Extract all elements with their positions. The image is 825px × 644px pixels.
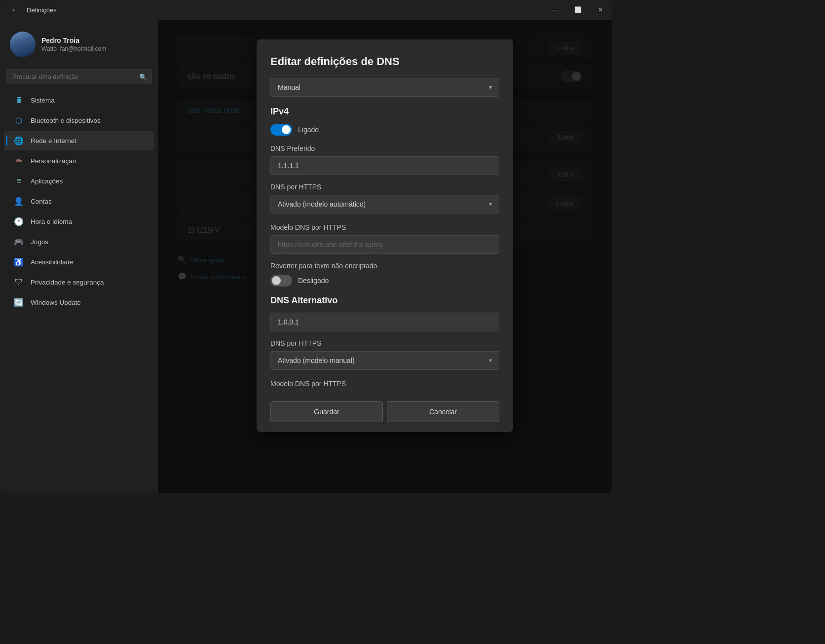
modal-overlay: Editar definições de DNS Manual ▾ IPv4 L…: [158, 20, 612, 493]
dns-alternativo-section: DNS Alternativo DNS por HTTPS Ativado (m…: [270, 295, 499, 388]
modelo-https2-label: Modelo DNS por HTTPS: [270, 380, 499, 388]
active-indicator: [6, 136, 7, 145]
dns-https2-arrow: ▾: [489, 357, 492, 364]
aplicacoes-icon: ≡: [14, 176, 24, 186]
user-name: Pedro Troia: [41, 36, 106, 44]
right-content: Editar ção de dados dos nesta rede Edita…: [158, 20, 612, 493]
window-title: Definições: [27, 6, 57, 14]
dropdown-arrow: ▾: [489, 84, 492, 91]
sidebar-item-label: Hora e idioma: [31, 218, 72, 225]
sidebar-item-label: Sistema: [31, 97, 55, 104]
sidebar-item-label: Bluetooth e dispositivos: [31, 117, 101, 124]
mode-dropdown[interactable]: Manual ▾: [270, 78, 499, 97]
ipv4-toggle-label: Ligado: [298, 126, 319, 134]
sidebar: Pedro Troia Watto_fan@hotmail.com 🔍 🖥 Si…: [0, 20, 158, 493]
sidebar-item-contas[interactable]: 👤 Contas: [4, 191, 154, 211]
sidebar-item-aplicacoes[interactable]: ≡ Aplicações: [4, 171, 154, 191]
dns-alternativo-input[interactable]: [270, 313, 499, 331]
reverter-toggle-row: Desligado: [270, 275, 499, 286]
privacidade-icon: 🛡: [14, 277, 24, 287]
sidebar-item-label: Rede e Internet: [31, 137, 76, 144]
modelo-https-input[interactable]: [270, 235, 499, 254]
dns-https2-dropdown-value: Ativado (modelo manual): [278, 357, 355, 364]
bluetooth-icon: ⬡: [14, 115, 24, 125]
reverter-toggle-label: Desligado: [298, 277, 329, 285]
acessibilidade-icon: ♿: [14, 257, 24, 267]
sidebar-item-label: Privacidade e segurança: [31, 279, 104, 286]
window-controls: — ⬜ ✕: [544, 0, 612, 20]
sidebar-item-rede[interactable]: 🌐 Rede e Internet: [4, 131, 154, 150]
sidebar-item-bluetooth[interactable]: ⬡ Bluetooth e dispositivos: [4, 110, 154, 130]
avatar: [10, 32, 36, 57]
dns-https-dropdown[interactable]: Ativado (modelo automático) ▾: [270, 195, 499, 214]
search-box: 🔍: [6, 69, 152, 84]
sidebar-item-hora[interactable]: 🕐 Hora e idioma: [4, 212, 154, 231]
maximize-button[interactable]: ⬜: [566, 0, 589, 20]
sidebar-item-sistema[interactable]: 🖥 Sistema: [4, 90, 154, 110]
close-button[interactable]: ✕: [589, 0, 612, 20]
dns-https-label: DNS por HTTPS: [270, 183, 499, 191]
sidebar-item-jogos[interactable]: 🎮 Jogos: [4, 232, 154, 251]
sidebar-item-acessibilidade[interactable]: ♿ Acessibilidade: [4, 252, 154, 272]
dialog-title: Editar definições de DNS: [270, 55, 499, 68]
sidebar-item-label: Jogos: [31, 238, 48, 246]
titlebar: ← Definições — ⬜ ✕: [0, 0, 612, 20]
user-info: Pedro Troia Watto_fan@hotmail.com: [41, 36, 106, 52]
contas-icon: 👤: [14, 196, 24, 206]
dns-https2-label: DNS por HTTPS: [270, 339, 499, 347]
hora-icon: 🕐: [14, 216, 24, 226]
personalizacao-icon: ✏: [14, 156, 24, 166]
minimize-button[interactable]: —: [544, 0, 566, 20]
dns-https-dropdown-value: Ativado (modelo automático): [278, 200, 366, 208]
sidebar-item-personalizacao[interactable]: ✏ Personalização: [4, 151, 154, 171]
sidebar-item-update[interactable]: 🔄 Windows Update: [4, 292, 154, 312]
sidebar-item-label: Acessibilidade: [31, 258, 73, 266]
jogos-icon: 🎮: [14, 237, 24, 247]
sidebar-item-label: Aplicações: [31, 178, 63, 185]
dialog-footer: Guardar Cancelar: [270, 392, 499, 432]
sidebar-item-label: Personalização: [31, 157, 76, 165]
ipv4-toggle-row: Ligado: [270, 124, 499, 136]
dns-https2-dropdown[interactable]: Ativado (modelo manual) ▾: [270, 351, 499, 370]
user-email: Watto_fan@hotmail.com: [41, 45, 106, 52]
mode-dropdown-value: Manual: [278, 83, 300, 91]
sidebar-item-label: Contas: [31, 198, 52, 205]
back-button[interactable]: ←: [8, 3, 22, 17]
main-content: Pedro Troia Watto_fan@hotmail.com 🔍 🖥 Si…: [0, 20, 612, 493]
sidebar-item-label: Windows Update: [31, 299, 81, 306]
search-icon: 🔍: [139, 73, 147, 80]
sidebar-item-privacidade[interactable]: 🛡 Privacidade e segurança: [4, 272, 154, 292]
dns-dialog: Editar definições de DNS Manual ▾ IPv4 L…: [257, 39, 513, 432]
dns-alternativo-label: DNS Alternativo: [270, 295, 499, 306]
reverter-toggle[interactable]: [270, 275, 292, 286]
dns-preferido-input[interactable]: [270, 156, 499, 175]
ipv4-toggle[interactable]: [270, 124, 292, 136]
reverter-label: Reverter para texto não encriptado: [270, 262, 499, 270]
rede-icon: 🌐: [14, 136, 24, 145]
search-input[interactable]: [6, 69, 152, 84]
ipv4-section-label: IPv4: [270, 107, 499, 117]
dns-https-arrow: ▾: [489, 201, 492, 208]
dns-preferido-label: DNS Preferido: [270, 144, 499, 152]
sistema-icon: 🖥: [14, 95, 24, 105]
cancel-button[interactable]: Cancelar: [387, 401, 499, 422]
user-section: Pedro Troia Watto_fan@hotmail.com: [0, 24, 158, 65]
update-icon: 🔄: [14, 297, 24, 307]
modelo-https-label: Modelo DNS por HTTPS: [270, 223, 499, 231]
save-button[interactable]: Guardar: [270, 401, 383, 422]
